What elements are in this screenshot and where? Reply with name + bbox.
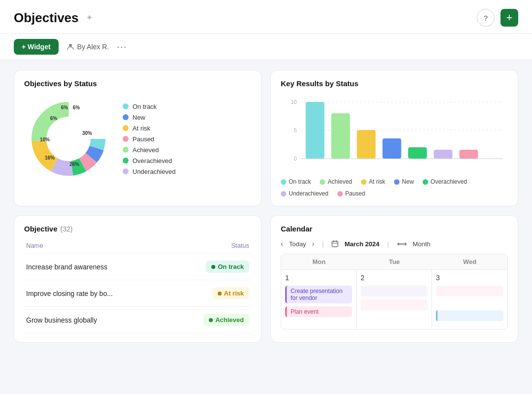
cal-day-3: 3 xyxy=(432,270,507,329)
cal-day-1: 1 Create presentation for vendor Plan ev… xyxy=(281,270,357,329)
svg-text:0: 0 xyxy=(294,156,297,162)
bar-legend-new: New xyxy=(394,178,414,185)
svg-text:5: 5 xyxy=(294,127,297,133)
legend-dot-new xyxy=(123,114,129,120)
widget-button[interactable]: + Widget xyxy=(14,39,59,55)
author-label: By Alex R. xyxy=(77,43,109,51)
svg-text:10: 10 xyxy=(291,99,297,105)
legend-dot-ontrack xyxy=(123,103,129,109)
bar-legend-overachieved: Overachieved xyxy=(423,178,467,185)
header-right: ? + xyxy=(477,9,518,27)
objectives-status-title: Objectives by Status xyxy=(24,79,251,88)
donut-svg: 30% 26% 16% 10% 6% 6% 6% xyxy=(24,95,113,183)
bar-legend-ontrack: On track xyxy=(281,178,311,185)
header-left: Objectives ✦ xyxy=(14,10,93,26)
row-status-3: Achieved xyxy=(171,307,251,333)
calendar-view-label[interactable]: Month xyxy=(413,240,431,248)
cal-event-cont-4 xyxy=(436,310,503,321)
calendar-card: Calendar ‹ Today › | March 2024 | ⟺ Mont… xyxy=(270,215,518,343)
legend-item-new: New xyxy=(123,114,175,121)
legend-dot-overachieved xyxy=(123,158,129,164)
svg-text:16%: 16% xyxy=(45,155,55,161)
objectives-table-title: Objective xyxy=(24,225,58,233)
cal-header-mon: Mon xyxy=(281,254,357,270)
legend-item-paused: Paused xyxy=(123,135,175,143)
legend-dot-achieved xyxy=(123,147,129,153)
col-name: Name xyxy=(24,238,171,254)
calendar-date: March 2024 xyxy=(344,240,379,248)
svg-text:6%: 6% xyxy=(61,105,68,110)
cal-header-tue: Tue xyxy=(357,254,432,270)
cal-event-cont-3 xyxy=(436,286,503,296)
cal-header-wed: Wed xyxy=(432,254,507,270)
cal-event-plan[interactable]: Plan event xyxy=(285,306,352,317)
svg-rect-22 xyxy=(332,113,350,159)
donut-chart: 30% 26% 16% 10% 6% 6% 6% xyxy=(24,95,113,183)
top-header: Objectives ✦ ? + xyxy=(0,0,532,34)
objectives-count: (32) xyxy=(61,225,73,233)
row-status-2: At risk xyxy=(171,280,251,307)
legend-dot-paused xyxy=(123,136,129,142)
next-button[interactable]: › xyxy=(312,240,314,248)
calendar-view-icon: ⟺ xyxy=(397,240,407,248)
svg-text:26%: 26% xyxy=(69,162,79,167)
help-button[interactable]: ? xyxy=(477,9,495,27)
objectives-table: Name Status Increase brand awareness On … xyxy=(24,238,251,333)
donut-section: 30% 26% 16% 10% 6% 6% 6% On track New xyxy=(24,95,251,183)
svg-rect-25 xyxy=(408,147,427,159)
table-row: Grow business globally Achieved xyxy=(24,307,251,333)
add-button[interactable]: + xyxy=(500,9,518,27)
svg-text:6%: 6% xyxy=(50,116,58,121)
donut-legend: On track New At risk Paused Achieved xyxy=(123,103,175,175)
objectives-by-status-card: Objectives by Status xyxy=(14,70,262,206)
svg-rect-28 xyxy=(332,241,338,247)
svg-text:10%: 10% xyxy=(40,137,50,142)
cal-day-2: 2 xyxy=(357,270,432,329)
bar-legend-atrisk: At risk xyxy=(361,178,385,185)
prev-button[interactable]: ‹ xyxy=(281,240,283,248)
table-row: Improve closing rate by bo... At risk xyxy=(24,280,251,307)
bar-legend-underachieved: Underachieved xyxy=(281,190,329,197)
status-badge-achieved: Achieved xyxy=(203,314,249,326)
cal-event-cont-1 xyxy=(361,286,428,296)
key-results-card: Key Results by Status 10 5 0 xyxy=(270,70,518,206)
col-status: Status xyxy=(171,238,251,254)
svg-rect-24 xyxy=(383,138,401,159)
row-name-1: Increase brand awareness xyxy=(24,254,171,280)
bar-chart-svg: 10 5 0 xyxy=(281,95,508,173)
calendar-nav: ‹ Today › | March 2024 | ⟺ Month xyxy=(281,240,508,248)
toolbar: + Widget By Alex R. ··· xyxy=(0,34,532,60)
legend-item-underachieved: Underachieved xyxy=(123,168,175,175)
row-name-2: Improve closing rate by bo... xyxy=(24,280,171,307)
legend-item-overachieved: Overachieved xyxy=(123,157,175,164)
legend-item-ontrack: On track xyxy=(123,103,175,110)
key-results-title: Key Results by Status xyxy=(281,79,508,88)
legend-dot-atrisk xyxy=(123,125,129,131)
calendar-icon xyxy=(332,240,338,247)
svg-rect-26 xyxy=(434,150,453,159)
cal-event-cont-2 xyxy=(361,299,428,310)
cal-event-presentation[interactable]: Create presentation for vendor xyxy=(285,286,352,303)
more-button[interactable]: ··· xyxy=(117,42,127,52)
author-filter[interactable]: By Alex R. xyxy=(66,43,109,51)
today-label[interactable]: Today xyxy=(289,240,306,248)
person-icon xyxy=(66,43,74,51)
table-row: Increase brand awareness On track xyxy=(24,254,251,280)
calendar-title: Calendar xyxy=(281,225,508,233)
row-status-1: On track xyxy=(171,254,251,280)
svg-text:6%: 6% xyxy=(73,105,80,110)
page-title: Objectives xyxy=(14,10,79,26)
svg-rect-27 xyxy=(460,150,478,159)
status-badge-ontrack: On track xyxy=(206,261,249,273)
svg-rect-21 xyxy=(306,102,325,159)
row-name-3: Grow business globally xyxy=(24,307,171,333)
legend-item-achieved: Achieved xyxy=(123,146,175,154)
star-icon[interactable]: ✦ xyxy=(86,12,93,23)
svg-text:30%: 30% xyxy=(82,131,92,136)
calendar-grid: Mon Tue Wed 1 Create presentation for ve… xyxy=(281,254,508,329)
svg-point-0 xyxy=(69,44,72,47)
bar-legend: On track Achieved At risk New Overachiev… xyxy=(281,178,508,197)
bar-legend-paused: Paused xyxy=(337,190,366,197)
objectives-table-card: Objective (32) Name Status Increase bran… xyxy=(14,215,262,343)
svg-rect-23 xyxy=(357,130,376,159)
